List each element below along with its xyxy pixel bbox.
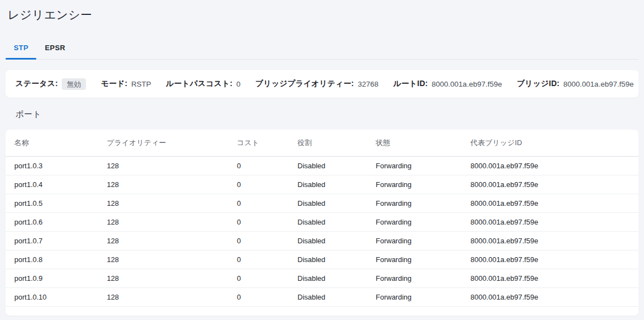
status-label: ステータス:: [15, 79, 58, 89]
column-header-name: 名称: [6, 130, 98, 156]
cell-priority: 128: [98, 231, 228, 250]
cell-state: Forwarding: [367, 269, 462, 287]
cell-role: Disabled: [289, 212, 367, 231]
cell-cost: 0: [228, 194, 289, 212]
cell-designated-bridge-id: 8000.001a.eb97.f59e: [462, 231, 638, 250]
column-header-priority: プライオリティー: [98, 130, 228, 156]
summary-item-status: ステータス: 無効: [15, 78, 86, 90]
cell-state: Forwarding: [367, 250, 462, 269]
mode-label: モード:: [101, 79, 127, 89]
cell-port-name: port1.0.9: [6, 269, 98, 287]
bridge-priority-label: ブリッジプライオリティー:: [256, 79, 354, 89]
cell-cost: 0: [228, 231, 289, 250]
cell-designated-bridge-id: 8000.001a.eb97.f59e: [462, 194, 638, 212]
cell-port-name: port1.0.8: [6, 250, 98, 269]
cell-cost: 0: [228, 269, 289, 287]
cell-role: Disabled: [289, 231, 367, 250]
column-header-cost: コスト: [228, 130, 289, 156]
table-row: port1.0.6 128 0 Disabled Forwarding 8000…: [6, 212, 638, 231]
cell-port-name: port1.0.10: [6, 287, 98, 306]
tab-stp[interactable]: STP: [6, 37, 36, 59]
ports-table-card: 名称 プライオリティー コスト 役割 状態 代表ブリッジID port1.0.3…: [6, 130, 638, 316]
summary-item-bridge-priority: ブリッジプライオリティー: 32768: [256, 79, 378, 89]
cell-state: Forwarding: [367, 194, 462, 212]
root-id-value: 8000.001a.eb97.f59e: [432, 80, 502, 88]
table-row: port1.0.7 128 0 Disabled Forwarding 8000…: [6, 231, 638, 250]
column-header-state: 状態: [367, 130, 462, 156]
cell-designated-bridge-id: 8000.001a.eb97.f59e: [462, 212, 638, 231]
cell-port-name: port1.0.6: [6, 212, 98, 231]
table-row: port1.0.5 128 0 Disabled Forwarding 8000…: [6, 194, 638, 212]
root-path-cost-value: 0: [236, 80, 241, 88]
cell-role: Disabled: [289, 287, 367, 306]
root-path-cost-label: ルートパスコスト:: [166, 79, 232, 89]
bridge-id-value: 8000.001a.eb97.f59e: [564, 80, 634, 88]
ports-table: 名称 プライオリティー コスト 役割 状態 代表ブリッジID port1.0.3…: [6, 130, 638, 307]
cell-designated-bridge-id: 8000.001a.eb97.f59e: [462, 156, 638, 175]
cell-cost: 0: [228, 175, 289, 194]
summary-item-root-path-cost: ルートパスコスト: 0: [166, 79, 240, 89]
cell-priority: 128: [98, 212, 228, 231]
page-header: レジリエンシー: [0, 0, 644, 23]
table-row: port1.0.3 128 0 Disabled Forwarding 8000…: [6, 156, 638, 175]
cell-cost: 0: [228, 212, 289, 231]
table-body: port1.0.3 128 0 Disabled Forwarding 8000…: [6, 156, 638, 306]
cell-role: Disabled: [289, 175, 367, 194]
cell-state: Forwarding: [367, 175, 462, 194]
tab-bar: STP EPSR: [6, 37, 638, 60]
cell-port-name: port1.0.5: [6, 194, 98, 212]
cell-port-name: port1.0.4: [6, 175, 98, 194]
cell-priority: 128: [98, 287, 228, 306]
summary-item-bridge-id: ブリッジID: 8000.001a.eb97.f59e: [517, 79, 634, 89]
table-header-row: 名称 プライオリティー コスト 役割 状態 代表ブリッジID: [6, 130, 638, 156]
cell-role: Disabled: [289, 156, 367, 175]
cell-cost: 0: [228, 250, 289, 269]
summary-item-mode: モード: RSTP: [101, 79, 151, 89]
table-row: port1.0.8 128 0 Disabled Forwarding 8000…: [6, 250, 638, 269]
tab-epsr[interactable]: EPSR: [36, 37, 73, 59]
bridge-id-label: ブリッジID:: [517, 79, 559, 89]
column-header-role: 役割: [289, 130, 367, 156]
cell-designated-bridge-id: 8000.001a.eb97.f59e: [462, 175, 638, 194]
cell-port-name: port1.0.3: [6, 156, 98, 175]
table-row: port1.0.10 128 0 Disabled Forwarding 800…: [6, 287, 638, 306]
cell-cost: 0: [228, 156, 289, 175]
mode-value: RSTP: [131, 80, 151, 88]
root-id-label: ルートID:: [393, 79, 428, 89]
cell-role: Disabled: [289, 269, 367, 287]
status-badge: 無効: [62, 78, 86, 90]
cell-priority: 128: [98, 250, 228, 269]
cell-priority: 128: [98, 156, 228, 175]
ports-section-title: ポート: [15, 109, 644, 120]
cell-cost: 0: [228, 287, 289, 306]
table-row: port1.0.9 128 0 Disabled Forwarding 8000…: [6, 269, 638, 287]
cell-state: Forwarding: [367, 287, 462, 306]
cell-priority: 128: [98, 269, 228, 287]
page-title: レジリエンシー: [8, 7, 636, 23]
summary-item-root-id: ルートID: 8000.001a.eb97.f59e: [393, 79, 502, 89]
cell-designated-bridge-id: 8000.001a.eb97.f59e: [462, 269, 638, 287]
cell-port-name: port1.0.7: [6, 231, 98, 250]
cell-role: Disabled: [289, 194, 367, 212]
resiliency-page: レジリエンシー STP EPSR ステータス: 無効 モード: RSTP ルート…: [0, 0, 644, 316]
cell-state: Forwarding: [367, 156, 462, 175]
cell-state: Forwarding: [367, 212, 462, 231]
cell-designated-bridge-id: 8000.001a.eb97.f59e: [462, 250, 638, 269]
table-row: port1.0.4 128 0 Disabled Forwarding 8000…: [6, 175, 638, 194]
bridge-priority-value: 32768: [358, 80, 378, 88]
cell-priority: 128: [98, 194, 228, 212]
cell-state: Forwarding: [367, 231, 462, 250]
cell-priority: 128: [98, 175, 228, 194]
cell-designated-bridge-id: 8000.001a.eb97.f59e: [462, 287, 638, 306]
column-header-designated-bridge-id: 代表ブリッジID: [462, 130, 638, 156]
cell-role: Disabled: [289, 250, 367, 269]
stp-summary-card: ステータス: 無効 モード: RSTP ルートパスコスト: 0 ブリッジプライオ…: [6, 70, 638, 98]
